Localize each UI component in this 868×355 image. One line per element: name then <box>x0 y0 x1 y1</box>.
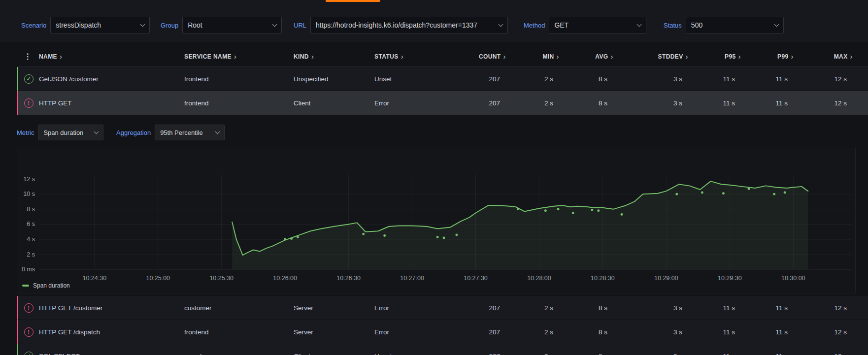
error-icon: ! <box>24 327 33 337</box>
column-header-status[interactable]: STATUS› <box>374 53 448 60</box>
cell-status: Error <box>374 328 448 336</box>
cell-name: HTTP GET <box>39 99 184 107</box>
cell-max: 12 s <box>795 353 854 355</box>
chevron-right-icon: › <box>234 53 236 60</box>
cell-p99: 11 s <box>742 353 795 355</box>
column-label: COUNT <box>479 53 501 60</box>
status-select[interactable]: 500 <box>686 17 784 33</box>
svg-text:12 s: 12 s <box>23 176 35 183</box>
cell-stddev: 3 s <box>614 328 689 336</box>
table-row-selected[interactable]: ! HTTP GET frontend Client Error 207 2 s… <box>17 91 868 115</box>
chevron-right-icon: › <box>557 53 559 60</box>
column-label: SERVICE NAME <box>184 53 232 60</box>
cell-min: 2 s <box>507 75 560 83</box>
column-header-max[interactable]: MAX› <box>795 53 854 60</box>
url-value: https://hotrod-insights.k6.io/dispatch?c… <box>316 21 495 29</box>
cell-min: 2 s <box>507 328 560 336</box>
cell-max: 12 s <box>795 75 854 83</box>
cell-name: GetJSON /customer <box>39 75 184 83</box>
cell-name: SQL SELECT <box>39 353 184 355</box>
url-select[interactable]: https://hotrod-insights.k6.io/dispatch?c… <box>310 17 508 33</box>
column-label: MAX <box>834 53 848 60</box>
svg-text:10:28:30: 10:28:30 <box>591 275 615 282</box>
column-header-count[interactable]: COUNT› <box>448 53 507 60</box>
cell-stddev: 3 s <box>614 99 689 107</box>
aggregation-value: 95th Percentile <box>160 129 212 136</box>
cell-min: 2 s <box>507 304 560 312</box>
status-filter: Status 500 <box>664 17 784 33</box>
cell-min: 2 s <box>507 99 560 107</box>
column-header-kind[interactable]: KIND› <box>294 53 374 60</box>
cell-count: 207 <box>448 304 507 312</box>
chevron-down-icon <box>215 129 220 134</box>
cell-avg: 8 s <box>560 99 614 107</box>
spans-table-continued: ! HTTP GET /customer customer Server Err… <box>17 296 868 355</box>
svg-text:6 s: 6 s <box>27 221 35 227</box>
svg-text:10:26:00: 10:26:00 <box>273 275 297 282</box>
column-header-name[interactable]: NAME› <box>39 53 184 60</box>
row-status-cell: ✓ <box>18 352 39 355</box>
cell-p95: 11 s <box>689 328 742 336</box>
cell-min: 2 s <box>507 353 560 355</box>
group-select[interactable]: Root <box>182 17 282 33</box>
cell-service: frontend <box>184 99 294 107</box>
row-status-cell: ! <box>18 327 39 337</box>
column-label: STATUS <box>374 53 399 60</box>
column-header-p99[interactable]: P99› <box>742 53 795 60</box>
column-label: P99 <box>777 53 789 60</box>
error-icon: ! <box>24 98 33 108</box>
cell-p95: 11 s <box>689 99 742 107</box>
svg-text:10 s: 10 s <box>23 191 35 197</box>
cell-name: HTTP GET /customer <box>39 304 184 312</box>
chevron-right-icon: › <box>611 53 613 60</box>
cell-p99: 11 s <box>742 328 795 336</box>
method-select[interactable]: GET <box>549 17 646 33</box>
table-row[interactable]: ! HTTP GET /dispatch frontend Server Err… <box>17 320 868 344</box>
cell-max: 12 s <box>795 304 854 312</box>
svg-text:2 s: 2 s <box>27 251 35 258</box>
row-menu-header: ⋮ <box>17 52 39 61</box>
chevron-right-icon: › <box>791 53 794 60</box>
cell-stddev: 3 s <box>614 353 689 355</box>
legend-label: Span duration <box>33 282 70 289</box>
aggregation-select[interactable]: 95th Percentile <box>155 125 225 140</box>
cell-name: HTTP GET /dispatch <box>39 328 184 336</box>
cell-kind: Server <box>294 304 374 312</box>
scenario-select[interactable]: stressDispatch <box>50 17 150 33</box>
cell-avg: 8 s <box>560 304 614 312</box>
column-header-p95[interactable]: P95› <box>689 53 742 60</box>
cell-kind: Unspecified <box>294 75 374 83</box>
status-label: Status <box>664 22 682 29</box>
legend-item-span-duration[interactable]: Span duration <box>22 282 70 289</box>
cell-count: 207 <box>448 328 507 336</box>
row-status-cell: ✓ <box>18 74 39 84</box>
column-label: NAME <box>39 53 57 60</box>
cell-status: Error <box>374 304 448 312</box>
column-header-stddev[interactable]: STDDEV› <box>614 53 689 60</box>
legend-line-swatch <box>22 285 29 287</box>
column-label: STDDEV <box>658 53 683 60</box>
metric-value: Span duration <box>43 129 91 136</box>
table-row[interactable]: ! HTTP GET /customer customer Server Err… <box>17 296 868 320</box>
column-header-service-name[interactable]: SERVICE NAME› <box>184 53 294 60</box>
scenario-label: Scenario <box>21 22 46 29</box>
span-duration-chart[interactable]: 0 ms2 s4 s6 s8 s10 s12 s10:24:3010:25:00… <box>17 148 855 293</box>
cell-kind: Server <box>294 328 374 336</box>
column-header-min[interactable]: MIN› <box>507 53 560 60</box>
cell-kind: Client <box>294 353 374 355</box>
table-row[interactable]: ✓ GetJSON /customer frontend Unspecified… <box>17 67 868 91</box>
metric-control: Metric Span duration <box>17 125 103 140</box>
kebab-menu-icon[interactable]: ⋮ <box>24 52 32 61</box>
column-label: MIN <box>542 53 554 60</box>
cell-count: 207 <box>448 353 507 355</box>
chevron-right-icon: › <box>850 53 853 60</box>
svg-text:10:27:00: 10:27:00 <box>400 275 424 282</box>
column-label: P95 <box>725 53 736 60</box>
metric-select[interactable]: Span duration <box>38 125 103 140</box>
table-row[interactable]: ✓ SQL SELECT mysql Client Unset 207 2 s … <box>17 344 868 355</box>
success-icon: ✓ <box>24 352 33 355</box>
url-filter: URL https://hotrod-insights.k6.io/dispat… <box>294 17 508 33</box>
scenario-value: stressDispatch <box>56 21 137 29</box>
chevron-down-icon <box>499 22 503 27</box>
column-header-avg[interactable]: AVG› <box>560 53 614 60</box>
